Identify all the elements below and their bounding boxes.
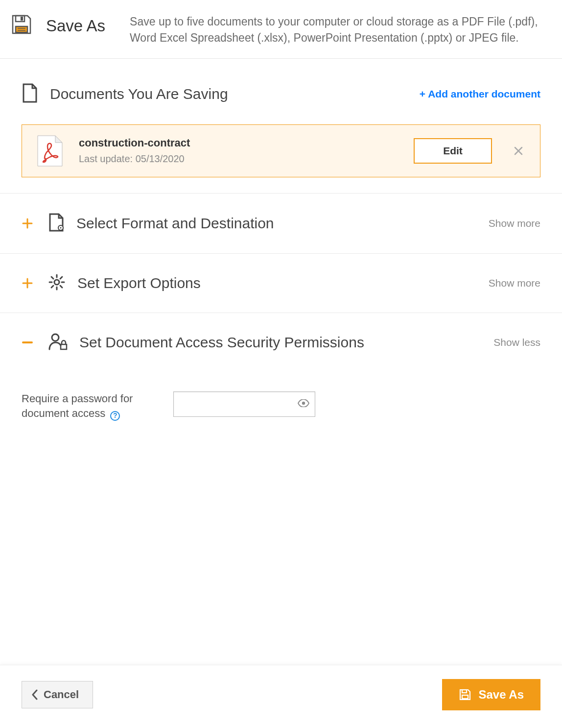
expand-icon [22,278,33,289]
export-section-header[interactable]: Set Export Options Show more [0,254,562,313]
collapse-icon [22,337,33,348]
help-icon[interactable]: ? [110,411,120,421]
dialog-footer: Cancel Save As [0,665,562,728]
remove-document-button[interactable] [512,144,525,158]
format-toggle-label[interactable]: Show more [489,218,540,229]
gear-icon [48,273,66,293]
security-section-body: Require a password for document access ? [0,372,562,422]
save-icon [459,688,471,701]
svg-rect-2 [16,26,27,32]
document-icon [22,83,38,105]
cancel-button[interactable]: Cancel [22,681,93,708]
svg-rect-1 [21,17,23,21]
svg-point-8 [52,334,59,341]
document-meta: Last update: 05/13/2020 [79,153,414,165]
dialog-header: Save As Save up to five documents to you… [0,0,562,59]
svg-point-10 [302,401,305,404]
save-icon [10,13,33,38]
file-settings-icon [48,213,65,234]
document-name: construction-contract [79,137,414,149]
export-section-title: Set Export Options [77,275,489,291]
format-section-title: Select Format and Destination [76,215,489,232]
security-section-title: Set Document Access Security Permissions [79,334,493,351]
documents-section: Documents You Are Saving + Add another d… [0,59,562,194]
svg-rect-12 [462,695,468,699]
show-password-icon[interactable] [298,399,309,409]
user-lock-icon [48,333,68,352]
svg-rect-0 [16,16,24,22]
svg-point-6 [60,227,62,228]
password-field-label: Require a password for document access ? [22,391,168,422]
dialog-description: Save up to five documents to your comput… [130,14,552,47]
security-section-header[interactable]: Set Document Access Security Permissions… [0,313,562,372]
security-toggle-label[interactable]: Show less [493,337,540,348]
pdf-file-icon [37,135,63,167]
svg-rect-11 [462,690,467,693]
add-document-link[interactable]: + Add another document [420,88,540,100]
save-as-label: Save As [478,688,524,702]
edit-document-button[interactable]: Edit [414,138,492,164]
dialog-title: Save As [46,17,105,35]
export-toggle-label[interactable]: Show more [489,277,540,289]
document-card: construction-contract Last update: 05/13… [22,124,540,177]
documents-section-header: Documents You Are Saving + Add another d… [22,83,540,105]
cancel-label: Cancel [44,688,79,701]
svg-rect-9 [61,344,67,349]
expand-icon [22,218,33,229]
dialog-body: Documents You Are Saving + Add another d… [0,59,562,665]
chevron-left-icon [31,689,39,700]
format-section-header[interactable]: Select Format and Destination Show more [0,194,562,254]
save-as-button[interactable]: Save As [442,679,540,710]
password-input[interactable] [173,391,315,417]
documents-section-title: Documents You Are Saving [50,86,228,102]
svg-point-7 [54,280,59,285]
